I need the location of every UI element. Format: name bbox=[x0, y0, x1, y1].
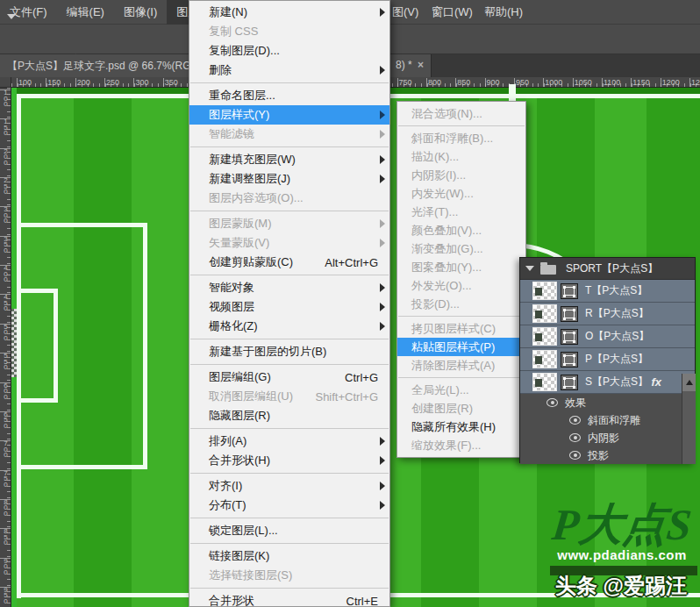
menu-item-label: 图层内容选项(O)... bbox=[209, 190, 304, 206]
submenu-arrow-icon bbox=[380, 322, 385, 331]
ruler-tick-label: 400 bbox=[1, 266, 11, 283]
menu-separator bbox=[190, 146, 389, 147]
menu-item-label: 锁定图层(L)... bbox=[209, 523, 278, 539]
menu-item-label: 重命名图层... bbox=[209, 88, 275, 104]
goal-box-right-line bbox=[54, 289, 58, 403]
layer-row[interactable]: R【P大点S】 bbox=[520, 303, 695, 325]
layer-group-row[interactable]: SPORT【P大点S】 bbox=[520, 258, 695, 280]
menu-item-label: 隐藏所有效果(H) bbox=[411, 419, 496, 435]
layer-thumbnail[interactable] bbox=[532, 350, 557, 368]
menu-item[interactable]: 重命名图层... bbox=[189, 86, 389, 105]
menu-item: 取消图层编组(U)Shift+Ctrl+G bbox=[189, 387, 389, 406]
menu-item[interactable]: 分布(T) bbox=[189, 496, 389, 515]
menu-item-shortcut: Ctrl+G bbox=[345, 371, 385, 384]
menu-item[interactable]: 栅格化(Z) bbox=[189, 317, 389, 336]
effect-row[interactable]: 斜面和浮雕 bbox=[520, 411, 695, 429]
menu-item[interactable]: 新建(N) bbox=[189, 3, 389, 22]
layer-name: R【P大点S】 bbox=[585, 306, 649, 321]
ruler-tick-label: 750 bbox=[399, 78, 412, 87]
menu-item-label: 创建剪贴蒙版(C) bbox=[209, 254, 293, 270]
goal-box-top-line bbox=[17, 289, 58, 293]
effect-label: 效果 bbox=[565, 396, 586, 411]
menu-item[interactable]: 隐藏图层(R) bbox=[189, 406, 389, 425]
menu-item[interactable]: 锁定图层(L)... bbox=[189, 521, 389, 540]
menu-item-label: 智能滤镜 bbox=[209, 126, 254, 142]
effect-row[interactable]: 内阴影 bbox=[520, 429, 695, 446]
ruler-tick-label: 800 bbox=[428, 78, 441, 87]
ruler-tick-label: 100 bbox=[1, 90, 11, 108]
penalty-box-bottom-line bbox=[17, 465, 147, 469]
scroll-up-arrow-icon[interactable] bbox=[682, 374, 696, 391]
ruler-tick-label: 350 bbox=[165, 78, 178, 87]
layers-scrollbar[interactable] bbox=[682, 374, 696, 464]
menu-item[interactable]: 粘贴图层样式(P) bbox=[397, 338, 525, 356]
menu-item[interactable]: 新建基于图层的切片(B) bbox=[189, 342, 389, 361]
menu-item[interactable]: 合并形状(H) bbox=[189, 451, 389, 470]
menu-item[interactable]: 隐藏所有效果(H) bbox=[397, 418, 525, 436]
expand-triangle-icon[interactable] bbox=[525, 266, 534, 271]
menu-item[interactable]: 链接图层(K) bbox=[189, 546, 389, 566]
vector-mask-thumbnail[interactable] bbox=[561, 283, 578, 299]
visibility-eye-icon[interactable] bbox=[569, 416, 581, 425]
menu-item[interactable]: 创建剪贴蒙版(C)Alt+Ctrl+G bbox=[189, 253, 389, 272]
menu-item-label: 取消图层编组(U) bbox=[209, 389, 293, 404]
menu-window[interactable]: 窗口(W) bbox=[432, 4, 473, 20]
menu-item[interactable]: 合并形状Ctrl+E bbox=[189, 591, 389, 607]
vector-mask-thumbnail[interactable] bbox=[561, 306, 578, 322]
layer-row[interactable]: O【P大点S】 bbox=[520, 325, 695, 348]
menu-item-label: 图层编组(G) bbox=[209, 369, 271, 385]
menu-item-label: 复制图层(D)... bbox=[209, 43, 280, 59]
layer-thumbnail[interactable] bbox=[532, 282, 557, 300]
menu-item-shortcut: Shift+Ctrl+G bbox=[315, 390, 385, 403]
close-tab-icon[interactable]: × bbox=[418, 59, 424, 71]
layer-thumbnail[interactable] bbox=[532, 327, 557, 346]
ruler-tick-label: 900 bbox=[487, 78, 500, 87]
menu-item[interactable]: 排列(A) bbox=[189, 432, 389, 451]
ruler-tick-label: 700 bbox=[1, 441, 11, 459]
menu-item[interactable]: 对齐(I) bbox=[189, 476, 389, 496]
menu-item: 斜面和浮雕(B)... bbox=[397, 129, 525, 147]
menu-item[interactable]: 图层样式(Y) bbox=[189, 105, 389, 125]
photoshop-window: P大点S www.pdadians.com 头条 @爱踢汪 文件(F) 编辑(E… bbox=[0, 0, 700, 607]
menu-item[interactable]: 智能对象 bbox=[189, 278, 389, 297]
menu-item[interactable]: 新建填充图层(W) bbox=[189, 150, 389, 169]
menu-item-label: 合并形状(H) bbox=[209, 453, 270, 468]
effect-row[interactable]: 投影 bbox=[520, 446, 695, 464]
menu-item[interactable]: 复制图层(D)... bbox=[189, 41, 389, 61]
menu-item[interactable]: 视频图层 bbox=[189, 297, 389, 317]
layer-thumbnail[interactable] bbox=[532, 304, 557, 323]
menu-item-shortcut: Ctrl+E bbox=[346, 595, 385, 607]
vector-mask-thumbnail[interactable] bbox=[561, 375, 578, 390]
ruler-tick-label: 250 bbox=[1, 178, 11, 196]
vector-mask-thumbnail[interactable] bbox=[561, 329, 578, 345]
layer-thumbnail[interactable] bbox=[532, 373, 557, 391]
visibility-eye-icon[interactable] bbox=[569, 451, 581, 460]
layer-row[interactable]: T【P大点S】 bbox=[520, 280, 695, 303]
menu-item: 投影(D)... bbox=[397, 295, 525, 313]
document-title-left: 【P大点S】足球文字.psd @ 66.7%(RG bbox=[7, 59, 191, 74]
menu-help[interactable]: 帮助(H) bbox=[484, 4, 523, 20]
menu-file[interactable]: 文件(F) bbox=[0, 0, 57, 25]
vertical-ruler[interactable]: 1001502002503003504004505005506006507007… bbox=[0, 88, 11, 607]
ruler-tick-label: 1150 bbox=[632, 78, 649, 87]
menu-edit[interactable]: 编辑(E) bbox=[57, 0, 114, 25]
menu-view[interactable]: 图(V) bbox=[392, 4, 418, 20]
menu-item[interactable]: 删除 bbox=[189, 61, 389, 80]
tool-preset-dropdown-icon[interactable] bbox=[7, 14, 16, 19]
menu-item: 光泽(T)... bbox=[397, 203, 525, 221]
layer-row[interactable]: S【P大点S】fx bbox=[520, 371, 695, 394]
menu-item-label: 新建调整图层(J) bbox=[209, 171, 290, 187]
fx-badge[interactable]: fx bbox=[651, 375, 661, 389]
menu-item[interactable]: 图层编组(G)Ctrl+G bbox=[189, 368, 389, 387]
visibility-eye-icon[interactable] bbox=[546, 398, 558, 407]
vector-mask-thumbnail[interactable] bbox=[561, 352, 578, 368]
menu-item-label: 渐变叠加(G)... bbox=[411, 241, 483, 257]
ruler-tick-label: 1200 bbox=[662, 78, 680, 87]
menu-item-label: 新建基于图层的切片(B) bbox=[209, 344, 326, 360]
menu-item[interactable]: 新建调整图层(J) bbox=[189, 169, 389, 189]
layer-row[interactable]: P【P大点S】 bbox=[520, 348, 695, 371]
ruler-tick-label: 950 bbox=[516, 78, 529, 87]
effects-header-row[interactable]: 效果 bbox=[520, 394, 695, 411]
menu-image[interactable]: 图像(I) bbox=[114, 0, 167, 25]
visibility-eye-icon[interactable] bbox=[569, 433, 581, 442]
